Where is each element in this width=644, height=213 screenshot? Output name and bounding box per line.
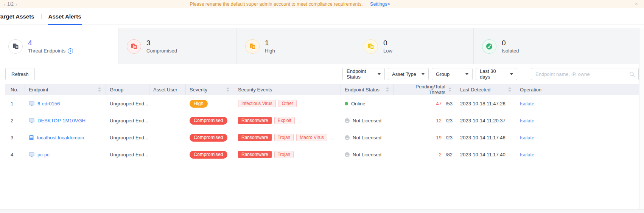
cell-endpoint: pc-pc [25,152,106,157]
event-tag: Ransomware [238,151,272,158]
tab-asset-alerts[interactable]: Asset Alerts [42,8,88,25]
horizontal-scrollbar[interactable] [0,209,644,213]
stat-card-value: 0 [502,39,519,47]
cell-last-detected: 2023-10-14 11:20:37 [456,118,516,123]
pending-count: 47 [436,101,441,106]
pending-count: 19 [436,135,441,140]
column-header-label: Pending/Total Threats [398,84,445,95]
column-header: Pending/Total Threats [394,84,456,95]
documents-icon [249,43,256,50]
monitor-icon [29,152,34,157]
cell-endpoint: 6-edr0156 [25,101,106,106]
settings-link[interactable]: Settings> [370,2,390,7]
stat-card-icon [482,39,496,54]
filter-last-30-days[interactable]: Last 30 days [476,68,517,80]
filter-group[interactable]: Group [432,68,473,80]
status-label: Not Licensed [353,152,381,157]
cell-group: Ungrouped End... [106,135,149,140]
endpoint-link[interactable]: DESKTOP-1M10VGH [37,118,86,123]
chevron-down-icon [378,73,381,75]
cell-last-detected: 2023-10-14 11:17:40 [456,152,516,157]
cell-security-events: RansomwareTrojan [234,151,341,158]
column-header-label: Security Events [238,87,272,93]
sort-icon[interactable] [385,86,390,93]
isolate-link[interactable]: Isolate [520,135,534,140]
column-header: Endpoint Status [341,84,394,95]
column-header: Asset User [149,84,186,95]
status-label: Not Licensed [353,135,381,140]
event-tag: Ransomware [238,117,272,124]
close-icon[interactable]: × [635,1,638,6]
isolate-link[interactable]: Isolate [520,152,534,157]
isolate-link[interactable]: Isolate [520,101,534,106]
column-header-label: Last Detected [460,87,490,93]
endpoint-link[interactable]: 6-edr0156 [37,101,60,106]
stat-card-low[interactable]: 0 Low [355,28,474,64]
cell-last-detected: 2023-10-14 11:17:46 [456,135,516,140]
sort-icon[interactable] [226,86,230,93]
cell-endpoint-status: Not Licensed [341,118,394,123]
column-header: Severity [186,84,234,95]
cell-group: Ungrouped End... [106,152,149,157]
filter-asset-type[interactable]: Asset Type [388,68,429,80]
filter-select-label: Last 30 days [480,68,507,80]
sort-icon[interactable] [97,86,102,93]
status-icon [345,135,350,140]
cell-severity: Compromised [186,134,234,142]
total-count: /82 [446,152,453,157]
column-header: Endpoint [25,84,106,95]
column-header-label: Group [110,87,123,93]
stat-card-icon [245,39,260,54]
cell-endpoint: DESKTOP-1M10VGH [25,118,106,123]
column-header: Group [106,84,149,95]
status-label: Not Licensed [353,118,381,123]
monitor-icon [29,118,34,123]
endpoint-link[interactable]: pc-pc [37,152,50,157]
cell-pending-total: 19 /23 [394,135,456,140]
banner-pager: ‹ 1/2 › [4,2,17,7]
sort-icon[interactable] [507,86,512,93]
stat-card-compromised[interactable]: 3 Compromised [118,28,237,64]
search-input[interactable] [535,71,629,77]
info-icon[interactable] [68,48,73,54]
search-box [531,68,639,80]
stat-card-threat[interactable]: 4 Threat Endpoints [0,28,118,64]
event-tag: Exploit [274,117,295,124]
stat-card-high[interactable]: 1 High [237,28,355,64]
pending-count: 2 [439,152,442,157]
severity-badge: High [190,100,208,108]
column-header-label: No. [11,87,18,93]
stat-card-value: 3 [146,39,177,47]
cell-severity: High [186,100,234,108]
column-header-label: Asset User [153,87,177,93]
stat-card-icon [364,39,378,54]
pager-prev-icon[interactable]: ‹ [4,2,5,7]
filter-select-label: Group [436,71,450,77]
column-header: No. [5,84,25,95]
cell-operation: Isolate [516,101,639,106]
event-tag: Trojan [274,134,294,141]
filter-select-label: Endpoint Status [347,68,375,80]
stat-card-label: Threat Endpoints [28,48,65,54]
chevron-down-icon [510,73,513,75]
endpoint-link[interactable]: localhost.localdomain [37,135,84,140]
sort-icon[interactable] [448,86,452,93]
documents-icon [12,43,19,50]
tab-target-assets[interactable]: Target Assets [0,8,41,25]
column-header-label: Endpoint Status [345,87,380,93]
stat-card-label: Isolated [502,48,519,54]
events-more[interactable]: ... [297,118,303,123]
pager-next-icon[interactable]: › [16,2,17,7]
severity-badge: Compromised [190,117,227,125]
cell-severity: Compromised [186,117,234,125]
isolate-link[interactable]: Isolate [520,118,534,123]
vertical-scrollbar[interactable] [639,28,644,209]
stat-card-isolated[interactable]: 0 Isolated [474,28,644,64]
event-tag: Other [278,100,297,107]
events-more[interactable]: ... [330,135,335,140]
filter-endpoint-status[interactable]: Endpoint Status [342,68,385,80]
refresh-button[interactable]: Refresh [5,68,35,80]
alerts-table: No. Endpoint Group Asset User Severity S… [5,84,639,163]
cell-security-events: RansomwareTrojanMacro Virus... [234,134,341,141]
total-count: /23 [446,118,453,123]
